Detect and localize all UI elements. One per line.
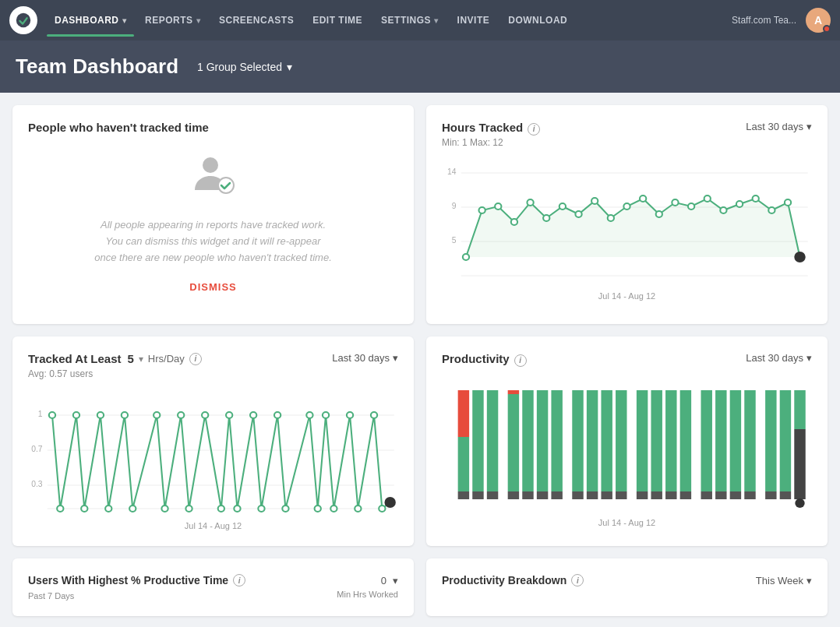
- users-count: 0: [381, 575, 386, 586]
- breakdown-period-selector[interactable]: This Week ▾: [756, 575, 812, 586]
- tracked-widget: Tracked At Least 5 ▾ Hrs/Day i Avg: 0.57…: [12, 336, 414, 546]
- svg-rect-69: [458, 437, 469, 491]
- svg-point-56: [129, 505, 136, 512]
- svg-text:5: 5: [452, 236, 457, 245]
- svg-point-26: [720, 207, 726, 213]
- svg-rect-113: [794, 429, 805, 499]
- svg-point-51: [347, 412, 353, 418]
- svg-rect-73: [487, 390, 498, 491]
- nav-screencasts[interactable]: SCREENCASTS: [211, 10, 302, 30]
- svg-rect-103: [715, 491, 726, 499]
- chevron-down-icon: ▾: [287, 61, 292, 73]
- svg-rect-111: [780, 491, 791, 499]
- svg-rect-91: [616, 491, 626, 499]
- svg-rect-96: [665, 390, 676, 491]
- svg-rect-70: [458, 491, 469, 499]
- page-title: Team Dashboard: [16, 55, 178, 79]
- svg-point-50: [323, 412, 329, 418]
- users-min-hrs: Min Hrs Worked: [337, 590, 398, 601]
- info-icon: i: [528, 123, 540, 136]
- tracked-avg: Avg: 0.57 users: [28, 368, 202, 379]
- svg-rect-98: [680, 390, 691, 491]
- svg-point-57: [161, 505, 168, 512]
- hours-tracked-widget: Hours Tracked i Min: 1 Max: 12 Last 30 d…: [426, 105, 828, 324]
- svg-rect-68: [458, 390, 469, 437]
- svg-rect-106: [744, 390, 755, 491]
- svg-point-11: [479, 207, 485, 213]
- svg-rect-81: [537, 491, 548, 499]
- svg-point-61: [258, 505, 264, 512]
- svg-rect-82: [551, 390, 562, 491]
- nav-reports[interactable]: REPORTS ▾: [137, 10, 208, 30]
- svg-point-30: [785, 199, 791, 206]
- hours-tracked-subtitle: Min: 1 Max: 12: [442, 137, 540, 148]
- user-avatar[interactable]: A: [806, 8, 831, 33]
- chevron-down-icon: ▾: [122, 16, 127, 25]
- nav-settings[interactable]: SETTINGS ▾: [373, 10, 446, 30]
- svg-point-59: [218, 505, 224, 512]
- dashboard-grid: People who haven't tracked time All peop…: [0, 93, 840, 627]
- page-header: Team Dashboard 1 Group Selected ▾: [0, 41, 840, 93]
- svg-point-58: [185, 505, 192, 512]
- breakdown-title: Productivity Breakdown: [442, 574, 566, 586]
- chevron-down-icon: ▾: [196, 16, 201, 25]
- svg-rect-108: [765, 390, 776, 491]
- svg-rect-95: [651, 491, 662, 499]
- tracked-header: Tracked At Least 5 ▾ Hrs/Day i Avg: 0.57…: [28, 352, 398, 387]
- svg-rect-88: [601, 390, 612, 491]
- users-title: Users With Highest % Productive Time: [28, 574, 228, 586]
- tracked-chart: 1 0.7 0.3: [28, 393, 398, 518]
- svg-text:0.3: 0.3: [31, 481, 43, 489]
- logo[interactable]: [9, 6, 37, 34]
- svg-point-115: [795, 498, 804, 508]
- productivity-period-selector[interactable]: Last 30 days ▾: [746, 352, 812, 364]
- svg-rect-101: [701, 491, 712, 499]
- svg-rect-97: [665, 491, 676, 499]
- svg-rect-84: [572, 390, 583, 491]
- svg-text:0.7: 0.7: [31, 446, 43, 454]
- productivity-widget: Productivity i Last 30 days ▾: [426, 336, 828, 546]
- svg-point-20: [623, 203, 630, 210]
- svg-rect-104: [730, 390, 741, 491]
- svg-rect-107: [744, 491, 755, 499]
- tracked-period-selector[interactable]: Last 30 days ▾: [332, 352, 398, 364]
- svg-point-64: [330, 505, 337, 512]
- hours-period-selector[interactable]: Last 30 days ▾: [746, 121, 812, 132]
- nav-download[interactable]: DOWNLOAD: [500, 10, 575, 30]
- people-empty-message: All people appearing in reports have tra…: [94, 217, 332, 266]
- svg-point-17: [575, 211, 581, 217]
- svg-point-53: [57, 505, 63, 512]
- chevron-down-icon: ▾: [806, 121, 812, 132]
- svg-point-54: [81, 505, 87, 512]
- tracked-title: Tracked At Least: [28, 352, 122, 365]
- svg-point-21: [640, 195, 646, 202]
- svg-rect-110: [780, 390, 791, 491]
- info-icon: i: [233, 574, 245, 586]
- tracked-unit: Hrs/Day: [148, 353, 185, 365]
- svg-point-29: [768, 207, 775, 213]
- svg-rect-74: [487, 491, 498, 499]
- users-productive-widget: Users With Highest % Productive Time i 0…: [12, 558, 414, 616]
- svg-point-15: [543, 215, 549, 221]
- nav-edit-time[interactable]: EDIT TIME: [305, 10, 370, 30]
- svg-rect-105: [730, 491, 741, 499]
- svg-point-47: [250, 412, 256, 418]
- productivity-title: Productivity: [442, 352, 510, 365]
- svg-point-48: [274, 412, 281, 418]
- svg-text:9: 9: [452, 202, 457, 210]
- svg-rect-79: [522, 491, 533, 499]
- chevron-down-icon: ▾: [806, 575, 812, 586]
- svg-point-55: [105, 505, 111, 512]
- svg-point-49: [306, 412, 312, 418]
- group-selector[interactable]: 1 Group Selected ▾: [191, 58, 298, 76]
- svg-point-13: [511, 219, 517, 225]
- svg-point-22: [656, 211, 662, 217]
- hours-tracked-title: Hours Tracked: [442, 121, 523, 134]
- nav-invite[interactable]: INVITE: [450, 10, 498, 30]
- svg-point-65: [355, 505, 361, 512]
- svg-rect-77: [508, 491, 519, 499]
- hours-date-range: Jul 14 - Aug 12: [442, 291, 812, 301]
- dismiss-button[interactable]: DISMISS: [189, 281, 236, 293]
- nav-dashboard[interactable]: DASHBOARD ▾: [47, 10, 134, 30]
- svg-point-16: [559, 203, 566, 210]
